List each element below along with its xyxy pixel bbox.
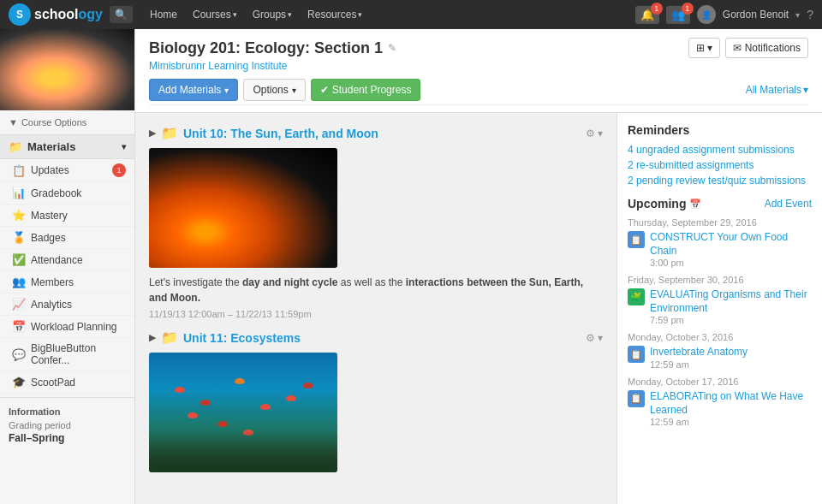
notifications-label: Notifications — [745, 42, 801, 54]
unit-10-header: ▶ 📁 Unit 10: The Sun, Earth, and Moon ⚙ … — [149, 125, 603, 141]
student-progress-button[interactable]: ✔ Student Progress — [311, 79, 421, 101]
date-sep-30: Friday, September 30, 2016 — [628, 275, 812, 285]
unit-10-thumbnail — [149, 148, 337, 268]
edit-icon[interactable]: ✎ — [388, 42, 396, 54]
course-options-label: Course Options — [21, 117, 86, 127]
upcoming-header: Upcoming 📅 Add Event — [628, 197, 812, 210]
gradebook-label: Gradebook — [31, 187, 81, 199]
sidebar-info: Information Grading period Fall–Spring — [0, 397, 134, 453]
updates-badge: 1 — [112, 163, 126, 177]
event-time-construct: 3:00 pm — [650, 258, 812, 268]
header-right-actions: ⊞ ▾ ✉ Notifications — [688, 38, 808, 58]
analytics-label: Analytics — [31, 299, 72, 311]
groups-arrow: ▾ — [288, 10, 292, 19]
attendance-icon: ✅ — [12, 253, 26, 266]
all-materials-arrow: ▾ — [803, 84, 808, 96]
add-materials-button[interactable]: Add Materials ▾ — [149, 79, 238, 101]
event-title-construct[interactable]: CONSTRUCT Your Own Food Chain — [650, 231, 812, 258]
avatar: 👤 — [697, 5, 716, 24]
logo[interactable]: S schoology — [9, 3, 103, 26]
event-info-invertebrate: Invertebrate Anatomy 12:59 am — [650, 346, 812, 370]
sidebar-item-bigbluebutton[interactable]: 💬 BigBlueButton Confer... — [0, 338, 134, 371]
reminders-title: Reminders — [628, 123, 812, 137]
scootpad-icon: 🎓 — [12, 376, 26, 388]
add-materials-label: Add Materials — [158, 84, 221, 96]
reminder-ungraded[interactable]: 4 ungraded assignment submissions — [628, 144, 812, 156]
add-event-link[interactable]: Add Event — [765, 198, 812, 210]
message-badge: 1 — [682, 3, 694, 15]
unit-10-title[interactable]: Unit 10: The Sun, Earth, and Moon — [183, 127, 378, 140]
sidebar-item-members[interactable]: 👥 Members — [0, 271, 134, 294]
unit-11-title[interactable]: Unit 11: Ecosystems — [183, 331, 301, 345]
updates-icon: 📋 — [12, 164, 26, 177]
event-info-construct: CONSTRUCT Your Own Food Chain 3:00 pm — [650, 231, 812, 268]
course-subtitle[interactable]: Mimisbrunnr Learning Institute — [149, 60, 808, 72]
nav-links: Home Courses ▾ Groups ▾ Resources ▾ — [143, 5, 369, 24]
sidebar-item-badges[interactable]: 🏅 Badges — [0, 227, 134, 249]
search-button[interactable]: 🔍 — [110, 6, 133, 23]
nav-groups[interactable]: Groups ▾ — [246, 5, 299, 24]
nav-home[interactable]: Home — [143, 5, 184, 24]
user-name[interactable]: Gordon Benoit — [723, 9, 789, 21]
course-options[interactable]: ▼ Course Options — [0, 110, 134, 135]
sidebar-item-attendance[interactable]: ✅ Attendance — [0, 249, 134, 271]
notification-badge: 1 — [651, 3, 663, 15]
event-time-elaborating: 12:59 am — [650, 417, 812, 427]
sidebar-item-analytics[interactable]: 📈 Analytics — [0, 294, 134, 316]
sidebar-item-gradebook[interactable]: 📊 Gradebook — [0, 182, 134, 205]
date-sep-29: Thursday, September 29, 2016 — [628, 217, 812, 228]
sidebar-item-workload[interactable]: 📅 Workload Planning — [0, 316, 134, 338]
fish-3 — [188, 412, 198, 418]
course-header: Biology 201: Ecology: Section 1 ✎ ⊞ ▾ ✉ … — [135, 29, 822, 113]
reminder-resubmitted[interactable]: 2 re-submitted assignments — [628, 159, 812, 171]
nav-resources[interactable]: Resources ▾ — [301, 5, 369, 24]
upcoming-title: Upcoming 📅 — [628, 197, 701, 210]
help-icon[interactable]: ? — [807, 8, 813, 21]
unit-10-toggle[interactable]: ▶ — [149, 127, 156, 139]
course-options-arrow: ▼ — [9, 117, 18, 127]
view-toggle-button[interactable]: ⊞ ▾ — [688, 38, 720, 58]
members-label: Members — [31, 276, 74, 288]
unit-11-gear-icon[interactable]: ⚙ ▾ — [586, 332, 603, 344]
nav-courses[interactable]: Courses ▾ — [186, 5, 244, 24]
sidebar-item-scootpad[interactable]: 🎓 ScootPad — [0, 371, 134, 394]
sidebar-item-updates[interactable]: 📋 Updates 1 — [0, 159, 134, 182]
all-materials-link[interactable]: All Materials ▾ — [746, 84, 808, 96]
notifications-icon-btn[interactable]: 🔔 1 — [635, 6, 659, 24]
user-dropdown-arrow[interactable]: ▾ — [795, 10, 800, 20]
sidebar: ▼ Course Options 📁 Materials ▾ 📋 Updates… — [0, 29, 135, 504]
event-title-elaborating[interactable]: ELABORATing on What We Have Learned — [650, 390, 812, 417]
fish-2 — [200, 400, 211, 406]
workload-label: Workload Planning — [31, 321, 117, 333]
sidebar-materials-section[interactable]: 📁 Materials ▾ — [0, 135, 134, 159]
upcoming-text: Upcoming — [628, 197, 686, 210]
materials-label: Materials — [27, 140, 75, 153]
notifications-button[interactable]: ✉ Notifications — [725, 38, 808, 58]
course-image — [0, 29, 135, 110]
event-title-evaluating[interactable]: EVALUATing Organisms and Their Environme… — [650, 288, 812, 315]
unit-10-gear-icon[interactable]: ⚙ ▾ — [586, 127, 603, 139]
view-arrow: ▾ — [707, 42, 712, 54]
messages-icon-btn[interactable]: 👥 1 — [666, 6, 690, 24]
event-icon-evaluating: 🧩 — [628, 288, 645, 305]
all-materials-text: All Materials — [746, 84, 801, 96]
options-button[interactable]: Options ▾ — [243, 79, 305, 101]
bigbluebutton-icon: 💬 — [12, 348, 26, 361]
main-layout: ▼ Course Options 📁 Materials ▾ 📋 Updates… — [0, 29, 822, 504]
badges-icon: 🏅 — [12, 231, 26, 244]
unit-11-header: ▶ 📁 Unit 11: Ecosystems ⚙ ▾ — [149, 329, 603, 346]
sidebar-item-mastery[interactable]: ⭐ Mastery — [0, 205, 134, 227]
event-icon-invertebrate: 📋 — [628, 346, 645, 363]
course-toolbar: Add Materials ▾ Options ▾ ✔ Student Prog… — [149, 79, 808, 105]
unit-11-toggle[interactable]: ▶ — [149, 332, 156, 343]
fish-5 — [260, 404, 271, 410]
materials-arrow: ▾ — [122, 142, 126, 151]
date-oct-17: Monday, October 17, 2016 — [628, 377, 812, 387]
event-title-invertebrate[interactable]: Invertebrate Anatomy — [650, 346, 812, 359]
event-info-evaluating: EVALUATing Organisms and Their Environme… — [650, 288, 812, 325]
event-time-evaluating: 7:59 pm — [650, 315, 812, 325]
student-progress-label: Student Progress — [332, 84, 412, 96]
reminder-pending[interactable]: 2 pending review test/quiz submissions — [628, 175, 812, 187]
event-construct: 📋 CONSTRUCT Your Own Food Chain 3:00 pm — [628, 231, 812, 268]
calendar-icon[interactable]: 📅 — [689, 199, 701, 210]
